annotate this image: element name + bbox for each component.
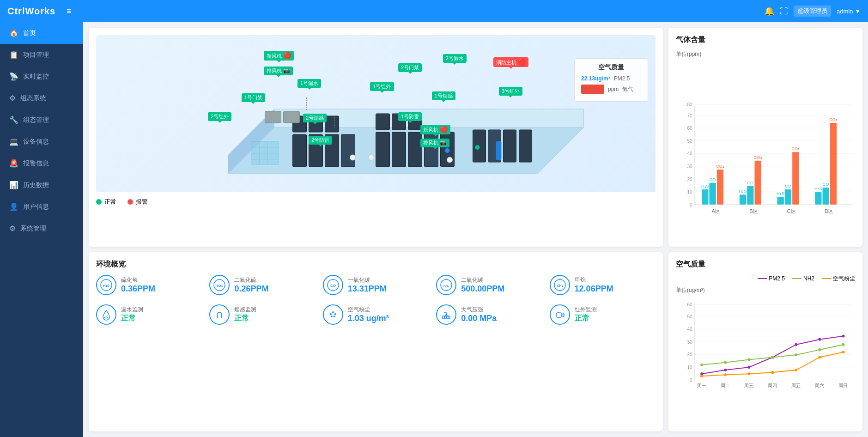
sidebar-item-device[interactable]: 💻 设备信息 — [0, 131, 83, 152]
pm25-legend-bar — [758, 278, 767, 279]
leak-icon — [96, 304, 116, 325]
svg-point-101 — [334, 316, 335, 317]
history-icon: 📊 — [9, 181, 18, 189]
sensor-2-loushui[interactable]: 2号漏水 — [443, 54, 467, 63]
svg-point-151 — [842, 351, 844, 353]
env-infrared: 红外监测 正常 — [550, 304, 656, 325]
sensor-2-hongwai[interactable]: 2号红外 — [208, 112, 231, 121]
svg-point-135 — [795, 343, 797, 346]
svg-text:B区: B区 — [749, 208, 758, 214]
sensor-paifengji-1[interactable]: 排风机 📷 — [264, 67, 293, 75]
aq-chart-subtitle: 单位(ug/m³) — [676, 286, 855, 294]
fullscreen-icon[interactable]: ⛶ — [780, 6, 788, 16]
sensor-1-menjin[interactable]: 1号门禁 — [242, 93, 265, 102]
svg-rect-72 — [777, 197, 784, 204]
svg-text:CO: CO — [710, 177, 716, 182]
smoke-info: 烟感监测 正常 — [234, 306, 315, 323]
sidebar-item-config[interactable]: 🔧 组态管理 — [0, 109, 83, 131]
co-info: 一氧化碳 13.31PPM — [348, 276, 429, 294]
pm25-label: PM2.5 — [614, 75, 630, 82]
user-icon: 👤 — [9, 202, 18, 211]
infrared-label: 红外监测 — [575, 306, 656, 314]
sensor-xiaofang[interactable]: 消防主机 🔴 — [493, 57, 528, 67]
sensor-xinfenji-2[interactable]: 新风机 🔴 — [420, 125, 450, 134]
legend-dust: 空气粉尘 — [822, 275, 855, 283]
sensor-3-hongwai[interactable]: 3号红外 — [499, 87, 522, 96]
dust-icon — [323, 304, 343, 325]
sidebar-item-system[interactable]: ⚙ 系统管理 — [0, 218, 83, 239]
sidebar-item-realtime[interactable]: 📡 实时监控 — [0, 66, 83, 87]
user-menu[interactable]: admin ▼ — [837, 8, 861, 15]
svg-text:20: 20 — [687, 352, 692, 357]
env-h2s: H₂S 硫化氢 0.36PPM — [96, 275, 202, 295]
sensor-1-yanggan[interactable]: 1号烟感 — [432, 91, 455, 100]
alarm-icon: 🚨 — [9, 159, 18, 168]
svg-text:CO₂: CO₂ — [443, 285, 449, 288]
sensor-xinfenji-1[interactable]: 新风机 🔴 — [264, 51, 294, 61]
svg-point-98 — [332, 311, 334, 313]
pressure-value: 0.00 MPa — [461, 314, 542, 323]
env-smoke: 烟感监测 正常 — [209, 304, 315, 325]
aq-chart-legend: PM2.5 NH2 空气粉尘 — [676, 275, 855, 283]
sidebar-item-user[interactable]: 👤 用户信息 — [0, 196, 83, 218]
sidebar-label-history: 历史数据 — [23, 181, 49, 189]
home-icon: 🏠 — [9, 29, 18, 37]
sidebar-item-history[interactable]: 📊 历史数据 — [0, 174, 83, 196]
aq-chart-title: 空气质量 — [676, 260, 855, 269]
svg-text:周五: 周五 — [791, 382, 801, 388]
sensor-1-fanglei[interactable]: 1号防雷 — [398, 112, 422, 121]
sidebar-item-alarm[interactable]: 🚨 报警信息 — [0, 152, 83, 174]
sidebar-item-project[interactable]: 📋 项目管理 — [0, 44, 83, 66]
sensor-paifengji-2[interactable]: 排风机 📷 — [420, 139, 449, 147]
dust-legend-bar — [822, 278, 831, 279]
air-quality-line-chart-svg: 0 10 20 30 40 50 60 周一 周二 周三 周四 — [676, 296, 855, 398]
svg-rect-12 — [408, 132, 422, 167]
svg-text:CO₂: CO₂ — [791, 146, 800, 151]
leak-info: 漏水监测 正常 — [121, 306, 202, 323]
sidebar-item-group[interactable]: ⚙ 组态系统 — [0, 87, 83, 109]
svg-rect-69 — [755, 161, 761, 205]
gas-bar-chart-svg: 0 10 20 30 40 50 60 70 80 — [676, 60, 855, 264]
svg-text:周日: 周日 — [838, 382, 848, 388]
svg-text:周二: 周二 — [721, 382, 730, 388]
svg-text:CO: CO — [330, 284, 336, 288]
svg-point-143 — [818, 348, 821, 351]
svg-point-140 — [747, 358, 750, 361]
sensor-2-menjin[interactable]: 2号门禁 — [398, 63, 422, 72]
svg-text:50: 50 — [687, 314, 692, 319]
sensor-1-hongwai[interactable]: 1号红外 — [370, 82, 394, 91]
system-icon: ⚙ — [9, 224, 16, 233]
svg-text:70: 70 — [687, 113, 692, 118]
environment-card: 环境概览 H₂S 硫化氢 0.36PPM — [89, 252, 663, 432]
svg-rect-105 — [448, 316, 449, 318]
svg-rect-81 — [823, 188, 829, 205]
sensor-2-yanggan[interactable]: 2号烟感 — [303, 114, 327, 122]
svg-text:SO₂: SO₂ — [217, 284, 223, 287]
svg-point-137 — [842, 334, 844, 337]
svg-rect-58 — [702, 189, 708, 205]
env-dust: 空气粉尘 1.03 ug/m³ — [323, 304, 429, 325]
menu-toggle-icon[interactable]: ≡ — [67, 6, 72, 16]
sensor-1-loushui[interactable]: 1号漏水 — [297, 79, 321, 88]
group-icon: ⚙ — [9, 94, 16, 103]
ch4-label: 甲烷 — [575, 276, 656, 284]
svg-point-149 — [795, 368, 797, 371]
svg-text:C区: C区 — [787, 208, 796, 214]
sidebar-label-user: 用户信息 — [23, 203, 49, 211]
svg-point-136 — [818, 338, 821, 340]
smoke-value: 正常 — [234, 314, 315, 323]
sidebar-item-home[interactable]: 🏠 首页 — [0, 22, 83, 44]
svg-rect-28 — [251, 141, 279, 164]
svg-text:CO: CO — [823, 182, 829, 187]
sensor-2-fanglei[interactable]: 2号防雷 — [309, 136, 332, 145]
svg-text:周四: 周四 — [768, 382, 777, 388]
svg-rect-13 — [425, 132, 438, 167]
svg-rect-6 — [341, 134, 355, 167]
gas-label: 氢气 — [622, 85, 633, 93]
legend-normal: 正常 — [96, 198, 116, 206]
realtime-icon: 📡 — [9, 72, 18, 81]
svg-rect-24 — [284, 111, 300, 123]
bell-icon[interactable]: 🔔 — [764, 6, 774, 16]
normal-label: 正常 — [104, 198, 116, 206]
ch4-icon: CH₄ — [550, 275, 570, 295]
